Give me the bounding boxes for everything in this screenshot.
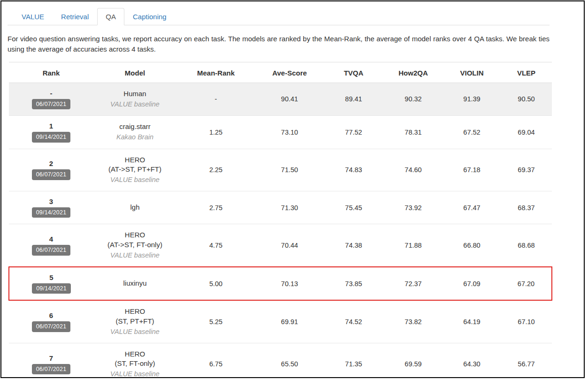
mean-rank-value: 5.25 (176, 300, 255, 343)
model-name: craig.starr (93, 122, 176, 132)
tab-retrieval[interactable]: Retrieval (53, 8, 97, 25)
model-cell: liuxinyu (93, 267, 176, 301)
date-badge: 06/07/2021 (32, 99, 71, 110)
task-description: For video question answering tasks, we r… (8, 34, 550, 54)
ave-score-value: 65.50 (255, 343, 324, 378)
ave-score-value: 71.30 (255, 191, 324, 224)
mean-rank-value: 5.00 (176, 267, 255, 301)
violin-value: 67.09 (443, 267, 501, 301)
mean-rank-value: - (176, 83, 255, 116)
violin-value: 66.80 (443, 224, 501, 267)
tab-label[interactable]: VALUE (13, 8, 53, 25)
tab-bar: VALUERetrievalQACaptioning (8, 8, 550, 25)
rank-cell: 1 09/14/2021 (9, 116, 93, 149)
violin-value: 64.19 (443, 300, 501, 343)
page-content: VALUERetrievalQACaptioning For video que… (1, 8, 584, 378)
rank-cell: - 06/07/2021 (9, 83, 93, 116)
table-row: 3 09/14/2021 lgh 2.75 71.30 75.45 73.92 … (9, 191, 552, 224)
how2qa-value: 78.31 (383, 116, 443, 149)
tvqa-value: 74.52 (324, 300, 383, 343)
column-header-vlep: VLEP (501, 62, 552, 83)
model-name: HERO(ST, PT+FT) (93, 307, 176, 326)
column-header-tvqa: TVQA (324, 62, 383, 83)
column-header-model: Model (93, 62, 176, 83)
model-name: HERO(ST, FT-only) (93, 349, 176, 369)
column-header-how2qa: How2QA (383, 62, 443, 83)
model-cell: HERO(AT->ST, FT-only) VALUE baseline (93, 224, 176, 267)
rank-number: 3 (9, 197, 93, 205)
rank-cell: 4 06/07/2021 (9, 224, 93, 267)
tvqa-value: 89.41 (324, 83, 383, 116)
how2qa-value: 74.60 (383, 149, 443, 191)
date-badge: 09/14/2021 (32, 283, 71, 294)
vlep-value: 56.77 (501, 343, 552, 378)
table-row: 4 06/07/2021 HERO(AT->ST, FT-only) VALUE… (9, 224, 552, 267)
table-row: 1 09/14/2021 craig.starr Kakao Brain 1.2… (9, 116, 552, 149)
date-badge: 06/07/2021 (32, 364, 71, 375)
tvqa-value: 71.35 (324, 343, 383, 378)
tab-captioning[interactable]: Captioning (124, 8, 175, 25)
how2qa-value: 73.92 (383, 191, 443, 224)
mean-rank-value: 6.75 (176, 343, 255, 378)
column-header-mean-rank: Mean-Rank (176, 62, 255, 83)
model-cell: HERO(AT->ST, PT+FT) VALUE baseline (93, 149, 176, 191)
table-header-row: RankModelMean-RankAve-ScoreTVQAHow2QAVIO… (9, 62, 552, 83)
rank-number: 4 (9, 235, 93, 243)
rank-number: 2 (9, 159, 93, 167)
date-badge: 09/14/2021 (32, 207, 71, 218)
vlep-value: 69.04 (501, 116, 552, 149)
rank-cell: 3 09/14/2021 (9, 191, 93, 224)
date-badge: 06/07/2021 (32, 321, 71, 332)
rank-number: 1 (9, 122, 93, 130)
rank-cell: 2 06/07/2021 (9, 149, 93, 191)
tab-label[interactable]: Captioning (124, 8, 175, 25)
violin-value: 64.30 (443, 343, 501, 378)
violin-value: 91.39 (443, 83, 501, 116)
rank-number: - (9, 89, 93, 97)
tab-value[interactable]: VALUE (13, 8, 53, 25)
column-header-ave-score: Ave-Score (255, 62, 324, 83)
rank-number: 7 (9, 354, 93, 362)
ave-score-value: 90.41 (255, 83, 324, 116)
model-name: HERO(AT->ST, PT+FT) (93, 155, 176, 174)
model-subtitle: VALUE baseline (93, 369, 176, 378)
mean-rank-value: 2.75 (176, 191, 255, 224)
column-header-rank: Rank (9, 62, 93, 83)
tvqa-value: 75.45 (324, 191, 383, 224)
tab-label[interactable]: QA (97, 8, 124, 25)
model-cell: HERO(ST, FT-only) VALUE baseline (93, 343, 176, 378)
mean-rank-value: 2.25 (176, 149, 255, 191)
vlep-value: 68.37 (501, 191, 552, 224)
rank-number: 6 (9, 311, 93, 319)
how2qa-value: 72.37 (383, 267, 443, 301)
date-badge: 06/07/2021 (32, 169, 71, 180)
leaderboard-table: RankModelMean-RankAve-ScoreTVQAHow2QAVIO… (8, 62, 552, 379)
model-subtitle: VALUE baseline (93, 175, 176, 185)
model-subtitle: VALUE baseline (93, 327, 176, 337)
ave-score-value: 70.13 (255, 267, 324, 301)
rank-cell: 6 06/07/2021 (9, 300, 93, 343)
tab-qa[interactable]: QA (97, 8, 124, 25)
violin-value: 67.52 (443, 116, 501, 149)
date-badge: 09/14/2021 (32, 132, 71, 143)
table-row: 7 06/07/2021 HERO(ST, FT-only) VALUE bas… (9, 343, 552, 378)
page-frame: VALUERetrievalQACaptioning For video que… (0, 0, 585, 378)
how2qa-value: 90.32 (383, 83, 443, 116)
vlep-value: 68.68 (501, 224, 552, 267)
vlep-value: 67.20 (501, 267, 552, 301)
ave-score-value: 73.10 (255, 116, 324, 149)
table-row: 6 06/07/2021 HERO(ST, PT+FT) VALUE basel… (9, 300, 552, 343)
how2qa-value: 71.88 (383, 224, 443, 267)
mean-rank-value: 4.75 (176, 224, 255, 267)
rank-cell: 7 06/07/2021 (9, 343, 93, 378)
date-badge: 06/07/2021 (32, 245, 71, 256)
model-cell: lgh (93, 191, 176, 224)
model-subtitle: VALUE baseline (93, 99, 176, 109)
model-name: liuxinyu (93, 279, 176, 288)
column-header-violin: VIOLIN (443, 62, 501, 83)
tvqa-value: 74.83 (324, 149, 383, 191)
tab-label[interactable]: Retrieval (53, 8, 97, 25)
how2qa-value: 73.82 (383, 300, 443, 343)
model-cell: Human VALUE baseline (93, 83, 176, 116)
table-row: - 06/07/2021 Human VALUE baseline - 90.4… (9, 83, 552, 116)
